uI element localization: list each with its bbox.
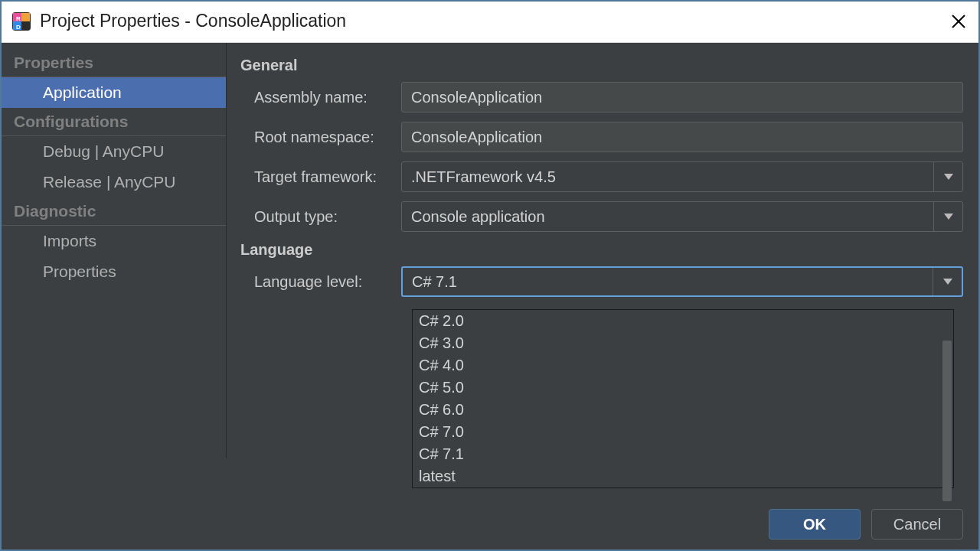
section-language: Language (240, 241, 963, 259)
dropdown-option[interactable]: C# 7.1 (413, 443, 953, 465)
ok-button[interactable]: OK (769, 509, 861, 540)
close-icon[interactable] (948, 11, 969, 32)
row-output-type: Output type: Console application (240, 201, 963, 232)
sidebar-item-properties[interactable]: Properties (0, 256, 226, 287)
dropdown-option[interactable]: C# 7.0 (413, 421, 953, 443)
sidebar-item-imports[interactable]: Imports (0, 226, 226, 256)
row-target-framework: Target framework: .NETFramework v4.5 (240, 161, 963, 192)
svg-marker-8 (944, 174, 953, 180)
sidebar-item-release-anycpu[interactable]: Release | AnyCPU (0, 167, 226, 197)
select-target-framework[interactable]: .NETFramework v4.5 (401, 161, 963, 192)
select-output-type[interactable]: Console application (401, 201, 963, 232)
sidebar-item-application[interactable]: Application (0, 77, 226, 108)
label-output-type: Output type: (240, 208, 401, 226)
scrollbar[interactable] (942, 341, 952, 501)
cancel-button[interactable]: Cancel (871, 509, 963, 540)
svg-text:R: R (16, 15, 21, 22)
sidebar-group-configurations[interactable]: Configurations (0, 108, 226, 136)
dropdown-option[interactable]: C# 2.0 (413, 310, 953, 332)
svg-marker-10 (943, 279, 952, 285)
sidebar: Properties Application Configurations De… (0, 43, 227, 458)
dropdown-option[interactable]: C# 4.0 (413, 354, 953, 377)
label-target-framework: Target framework: (240, 168, 401, 186)
row-language-level: Language level: C# 7.1 (240, 266, 963, 297)
svg-text:D: D (16, 24, 21, 31)
row-root-namespace: Root namespace: (240, 122, 963, 152)
chevron-down-icon (933, 202, 962, 231)
dropdown-language-level: C# 2.0 C# 3.0 C# 4.0 C# 5.0 C# 6.0 C# 7.… (412, 309, 954, 488)
select-language-level-value: C# 7.1 (403, 273, 933, 291)
row-assembly-name: Assembly name: (240, 82, 963, 112)
app-icon: R D (11, 11, 32, 32)
sidebar-item-debug-anycpu[interactable]: Debug | AnyCPU (0, 136, 226, 167)
label-language-level: Language level: (240, 273, 401, 291)
dropdown-option[interactable]: latest (413, 465, 953, 487)
svg-rect-2 (21, 13, 30, 21)
sidebar-group-diagnostic[interactable]: Diagnostic (0, 197, 226, 226)
label-root-namespace: Root namespace: (240, 129, 401, 146)
footer: OK Cancel (0, 497, 980, 551)
dropdown-option[interactable]: C# 5.0 (413, 377, 953, 399)
window-title: Project Properties - ConsoleApplication (40, 11, 346, 31)
dropdown-option[interactable]: C# 6.0 (413, 399, 953, 421)
sidebar-group-properties[interactable]: Properties (0, 49, 226, 77)
label-assembly-name: Assembly name: (240, 89, 401, 106)
select-output-type-value: Console application (402, 208, 933, 226)
select-language-level[interactable]: C# 7.1 (401, 266, 963, 297)
chevron-down-icon (933, 162, 962, 191)
select-target-framework-value: .NETFramework v4.5 (402, 168, 933, 186)
titlebar: R D Project Properties - ConsoleApplicat… (0, 0, 980, 43)
input-assembly-name[interactable] (401, 82, 963, 112)
chevron-down-icon (933, 268, 962, 295)
svg-marker-9 (944, 214, 953, 220)
section-general: General (240, 57, 963, 74)
input-root-namespace[interactable] (401, 122, 963, 152)
dropdown-option[interactable]: C# 3.0 (413, 332, 953, 354)
